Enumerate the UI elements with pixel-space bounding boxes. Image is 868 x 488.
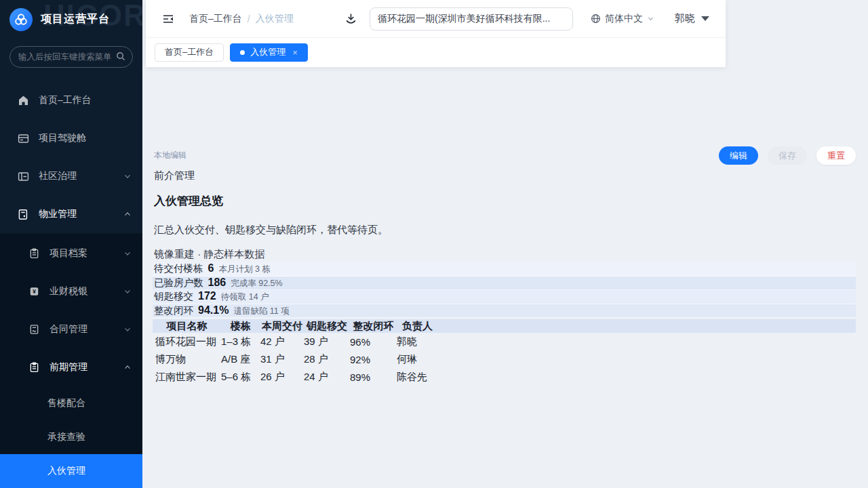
col-key-handover: 钥匙移交	[304, 319, 350, 333]
sidebar-item-project-archive[interactable]: 项目档案	[0, 235, 142, 272]
stat-row-inspected-units: 已验房户数186完成率 92.5%	[153, 277, 856, 291]
sidebar-item-home-workbench[interactable]: 首页–工作台	[0, 81, 142, 119]
breadcrumb-separator: /	[248, 14, 250, 24]
menu-search-input[interactable]	[9, 46, 133, 68]
header-row: 首页–工作台 / 入伙管理 简体中文 郭晓	[146, 0, 726, 38]
col-project-name: 项目名称	[153, 319, 221, 333]
sidebar-item-project-cockpit[interactable]: 项目驾驶舱	[0, 119, 142, 157]
sidebar-item-takeover-inspection[interactable]: 承接查验	[0, 420, 142, 454]
col-filler	[438, 319, 856, 333]
chevron-up-icon	[123, 210, 132, 218]
section-label: 前介管理	[153, 169, 856, 182]
sidebar-item-community[interactable]: 社区治理	[0, 157, 142, 195]
app-logo-icon	[9, 8, 33, 31]
edit-mode-label: 本地编辑	[154, 150, 186, 161]
user-name: 郭晓	[675, 12, 695, 25]
project-selector-input[interactable]	[370, 7, 573, 30]
breadcrumb-current: 入伙管理	[256, 13, 294, 25]
sidebar-item-finance-tax[interactable]: ¥ 业财税银	[0, 272, 142, 310]
col-week-delivery: 本周交付	[260, 319, 304, 333]
main-content: 本地编辑 编辑 保存 重置 前介管理 入伙管理总览 汇总入伙交付、钥匙移交与缺陷…	[142, 0, 868, 488]
breadcrumb: 首页–工作台 / 入伙管理	[189, 13, 294, 25]
sidebar-item-early-stage-mgmt[interactable]: 前期管理	[0, 348, 142, 386]
save-button[interactable]: 保存	[768, 146, 807, 165]
contract-icon	[28, 324, 40, 335]
projects-table: 项目名称 楼栋 本周交付 钥匙移交 整改闭环 负责人 循环花园一期 1–3 栋 …	[153, 319, 856, 386]
community-icon	[18, 171, 29, 182]
sidebar-item-contract-mgmt[interactable]: 合同管理	[0, 310, 142, 348]
dashboard-icon	[18, 133, 29, 144]
stat-row-key-handover: 钥匙移交172待领取 14 户	[153, 290, 856, 304]
globe-icon	[591, 14, 601, 24]
col-building: 楼栋	[221, 319, 260, 333]
language-selector[interactable]: 简体中文	[591, 13, 654, 25]
svg-text:¥: ¥	[33, 288, 36, 295]
tab-home-workbench[interactable]: 首页–工作台	[155, 43, 224, 62]
tab-bar: 首页–工作台 入伙管理 ×	[146, 38, 726, 66]
user-menu[interactable]: 郭晓	[675, 12, 709, 25]
clipboard-icon	[28, 248, 40, 259]
breadcrumb-parent[interactable]: 首页–工作台	[189, 13, 242, 25]
chevron-down-icon	[123, 172, 132, 180]
toolbar: 本地编辑 编辑 保存 重置	[153, 146, 856, 165]
sidebar: HICORE 项目运营平台 首页–工作台 项目驾驶舱	[0, 0, 142, 488]
caret-down-icon	[701, 16, 709, 21]
clipboard-icon	[28, 362, 40, 373]
stats-list: 待交付楼栋6本月计划 3 栋 已验房户数186完成率 92.5% 钥匙移交172…	[153, 262, 856, 318]
sidebar-search	[9, 46, 133, 68]
col-owner: 负责人	[397, 319, 438, 333]
table-row: 循环花园一期 1–3 栋 42 户 39 户 96% 郭晓	[153, 333, 856, 350]
chevron-down-icon	[647, 15, 654, 22]
yuan-icon: ¥	[28, 286, 40, 297]
reset-button[interactable]: 重置	[816, 146, 856, 165]
sidebar-item-move-in-mgmt[interactable]: 入伙管理	[0, 454, 142, 488]
home-icon	[18, 95, 29, 106]
data-source-note: 镜像重建 · 静态样本数据	[153, 247, 856, 260]
chevron-up-icon	[123, 363, 132, 371]
header-card: 首页–工作台 / 入伙管理 简体中文 郭晓 首页–工作台	[146, 0, 726, 67]
search-icon	[115, 51, 126, 64]
download-icon[interactable]	[344, 12, 357, 25]
sidebar-nav: 首页–工作台 项目驾驶舱 社区治理 物业管理	[0, 81, 142, 488]
page-description: 汇总入伙交付、钥匙移交与缺陷闭环，替代等待页。	[153, 223, 856, 237]
language-label: 简体中文	[605, 13, 643, 25]
sidebar-submenu: 项目档案 ¥ 业财税银 合同管理	[0, 233, 142, 488]
chevron-down-icon	[123, 287, 132, 296]
col-rectification: 整改闭环	[350, 319, 397, 333]
table-header-row: 项目名称 楼栋 本周交付 钥匙移交 整改闭环 负责人	[153, 319, 856, 333]
menu-fold-icon[interactable]	[162, 13, 174, 25]
property-heart-icon	[18, 209, 29, 220]
table-row: 江南世家一期 5–6 栋 26 户 24 户 89% 陈谷先	[153, 368, 856, 386]
table-row: 博万物 A/B 座 31 户 28 户 92% 何琳	[153, 350, 856, 368]
stat-row-pending-buildings: 待交付楼栋6本月计划 3 栋	[153, 262, 856, 277]
edit-button[interactable]: 编辑	[719, 146, 758, 165]
app-title: 项目运营平台	[41, 12, 110, 26]
stat-row-rectification-closure: 整改闭环94.1%遗留缺陷 11 项	[153, 304, 856, 319]
sidebar-item-property-mgmt[interactable]: 物业管理	[0, 195, 142, 233]
app-logo-row: 项目运营平台	[0, 0, 142, 33]
chevron-down-icon	[123, 325, 132, 333]
tab-active-dot	[240, 50, 245, 55]
chevron-down-icon	[123, 249, 132, 258]
page-title: 入伙管理总览	[153, 194, 856, 209]
sidebar-item-sales-support[interactable]: 售楼配合	[0, 386, 142, 420]
tab-move-in-mgmt[interactable]: 入伙管理 ×	[230, 43, 308, 62]
tab-close-icon[interactable]: ×	[292, 48, 298, 57]
